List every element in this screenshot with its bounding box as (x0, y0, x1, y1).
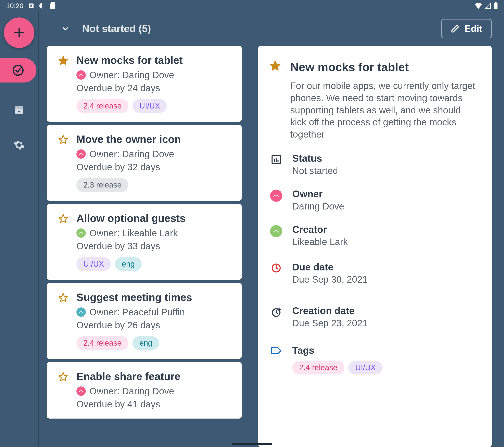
task-title: Move the owner icon (76, 133, 234, 145)
status-bar: 10:20 A (0, 0, 504, 11)
tag-chip[interactable]: UI/UX (132, 99, 167, 113)
svg-marker-11 (59, 136, 68, 144)
field-value: Due Sep 23, 2021 (292, 318, 368, 329)
task-owner: Owner: Peaceful Puffin (76, 307, 234, 318)
sd-card-icon (50, 2, 56, 9)
task-overdue: Overdue by 41 days (76, 399, 234, 410)
tag-chip[interactable]: 2.4 release (76, 336, 128, 350)
task-overdue: Overdue by 33 days (76, 241, 234, 251)
tag-chip[interactable]: 2.3 release (76, 178, 128, 192)
keyboard-icon: A (28, 2, 34, 9)
detail-owner: Owner Daring Dove (270, 188, 478, 212)
field-label: Creation date (292, 305, 368, 316)
task-list: New mocks for tablet Owner: Daring Dove … (47, 46, 242, 447)
nav-archive[interactable] (12, 103, 26, 117)
owner-icon (270, 188, 283, 212)
detail-creation-date: Creation date Due Sep 23, 2021 (270, 305, 478, 329)
detail-status: Status Not started (270, 153, 478, 176)
task-title: Suggest meeting times (76, 291, 234, 303)
star-icon[interactable] (58, 370, 68, 410)
field-value: Not started (292, 165, 338, 176)
field-label: Creator (292, 224, 348, 235)
battery-icon (493, 2, 498, 9)
edit-button[interactable]: Edit (441, 19, 492, 38)
svg-marker-12 (59, 215, 68, 223)
task-owner: Owner: Daring Dove (76, 148, 234, 160)
signal-icon (485, 2, 491, 9)
star-icon[interactable] (58, 54, 68, 113)
task-overdue: Overdue by 26 days (76, 320, 234, 331)
task-card[interactable]: Move the owner icon Owner: Daring Dove O… (47, 125, 242, 201)
add-button[interactable] (4, 18, 34, 48)
detail-description: For our mobile apps, we currently only t… (290, 80, 478, 141)
task-card[interactable]: New mocks for tablet Owner: Daring Dove … (47, 46, 242, 122)
tag-chip[interactable]: 2.4 release (76, 99, 128, 113)
edit-button-label: Edit (465, 23, 482, 34)
field-value: Daring Dove (292, 201, 344, 212)
field-label: Tags (292, 345, 383, 356)
task-overdue: Overdue by 32 days (76, 161, 234, 173)
wifi-icon (474, 2, 483, 9)
svg-marker-15 (270, 61, 280, 70)
nav-tasks-active[interactable] (0, 58, 36, 83)
task-detail: New mocks for tablet For our mobile apps… (258, 46, 492, 447)
tag-chip[interactable]: UI/UX (76, 257, 111, 271)
creator-icon (270, 224, 283, 247)
field-label: Owner (292, 188, 344, 199)
task-card[interactable]: Suggest meeting times Owner: Peaceful Pu… (47, 283, 242, 359)
star-icon[interactable] (58, 212, 68, 271)
tag-chip[interactable]: UI/UX (348, 361, 383, 375)
list-title: Not started (5) (82, 23, 151, 35)
list-header: Not started (5) Edit (39, 11, 504, 46)
task-overdue: Overdue by 24 days (76, 83, 234, 93)
svg-marker-14 (59, 373, 68, 381)
task-card[interactable]: Enable share feature Owner: Daring Dove … (47, 362, 242, 419)
tag-chip[interactable]: eng (115, 257, 142, 271)
status-time: 10:20 (6, 2, 23, 10)
clock-plus-icon (270, 305, 283, 329)
nav-settings[interactable] (12, 138, 26, 152)
detail-due-date: Due date Due Sep 30, 2021 (270, 262, 478, 285)
detail-title: New mocks for tablet (290, 60, 478, 74)
svg-rect-9 (15, 106, 23, 109)
task-card[interactable]: Allow optional guests Owner: Likeable La… (47, 204, 242, 280)
detail-tags: Tags 2.4 releaseUI/UX (270, 345, 478, 375)
field-value: Due Sep 30, 2021 (292, 274, 368, 285)
tag-chip[interactable]: eng (132, 336, 159, 350)
task-owner: Owner: Daring Dove (76, 386, 234, 397)
home-indicator (232, 443, 272, 445)
star-icon[interactable] (58, 291, 68, 350)
task-title: New mocks for tablet (76, 54, 234, 66)
star-icon[interactable] (58, 133, 68, 192)
app-icon (39, 2, 45, 9)
svg-marker-13 (59, 294, 68, 302)
svg-marker-10 (59, 56, 68, 65)
tag-icon (270, 345, 283, 375)
clock-icon (270, 262, 283, 285)
task-owner: Owner: Daring Dove (76, 70, 234, 80)
tag-chip[interactable]: 2.4 release (292, 361, 344, 375)
svg-rect-4 (495, 2, 497, 3)
field-value: Likeable Lark (292, 236, 348, 247)
field-label: Status (292, 153, 338, 164)
chevron-down-icon[interactable] (61, 24, 70, 33)
task-title: Allow optional guests (76, 212, 234, 224)
task-owner: Owner: Likeable Lark (76, 228, 234, 238)
task-title: Enable share feature (76, 370, 234, 382)
status-icon (270, 153, 283, 176)
svg-rect-3 (494, 3, 498, 10)
svg-text:A: A (30, 4, 32, 8)
field-label: Due date (292, 262, 368, 273)
star-icon[interactable] (270, 60, 281, 141)
detail-creator: Creator Likeable Lark (270, 224, 478, 247)
nav-rail (0, 11, 39, 447)
